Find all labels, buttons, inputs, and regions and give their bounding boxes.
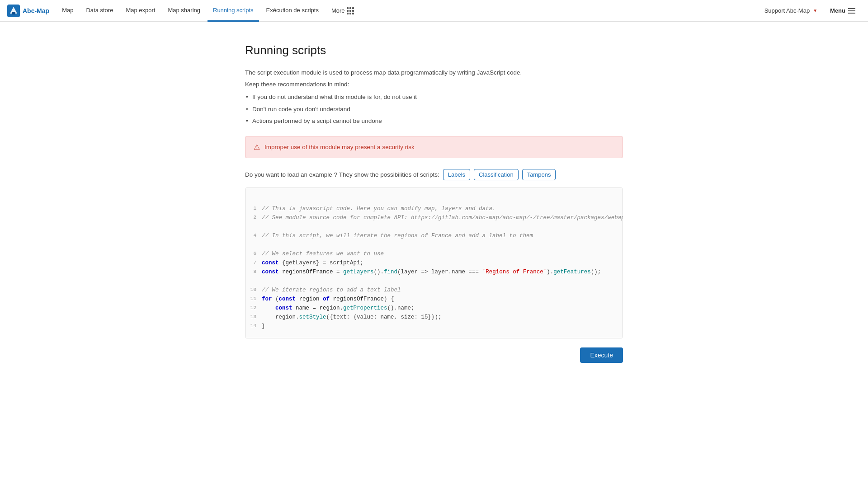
code-line: 10// We iterate regions to add a text la…	[245, 286, 623, 295]
code-line: 12 const name = region.getProperties().n…	[245, 304, 623, 313]
bullet-3: Actions performed by a script cannot be …	[245, 115, 623, 127]
nav-map-sharing[interactable]: Map sharing	[162, 0, 206, 22]
example-labels-button[interactable]: Labels	[443, 169, 470, 180]
main-content: Running scripts The script execution mod…	[231, 22, 637, 390]
recommendations-title: Keep these recommendations in mind:	[245, 81, 623, 88]
code-line: 4// In this script, we will iterate the …	[245, 231, 623, 240]
code-line: 11for (const region of regionsOfFrance) …	[245, 295, 623, 304]
nav-menu-label: Menu	[830, 7, 845, 14]
example-label: Do you want to load an example ? They sh…	[245, 171, 439, 178]
code-line	[245, 195, 623, 204]
warning-text: Improper use of this module may present …	[264, 144, 415, 150]
support-dropdown-icon: ▼	[813, 8, 817, 13]
bullet-list: If you do not understand what this modul…	[245, 91, 623, 127]
nav-execution-scripts[interactable]: Exécution de scripts	[261, 0, 324, 22]
example-row: Do you want to load an example ? They sh…	[245, 169, 623, 180]
code-line: 13 region.setStyle({text: {value: name, …	[245, 313, 623, 322]
bullet-2: Don't run code you don't understand	[245, 103, 623, 115]
navbar: Abc-Map Map Data store Map export Map sh…	[0, 0, 868, 22]
code-line: 1// This is javascript code. Here you ca…	[245, 204, 623, 213]
nav-map[interactable]: Map	[57, 0, 79, 22]
execute-button[interactable]: Execute	[580, 347, 623, 363]
nav-data-store[interactable]: Data store	[80, 0, 118, 22]
nav-support-label: Support Abc-Map	[764, 7, 810, 14]
execute-row: Execute	[245, 347, 623, 363]
bullet-1: If you do not understand what this modul…	[245, 91, 623, 103]
code-line	[245, 240, 623, 249]
example-classification-button[interactable]: Classification	[474, 169, 519, 180]
code-line: 2// See module source code for complete …	[245, 213, 623, 222]
nav-more[interactable]: More	[326, 0, 359, 22]
example-tampons-button[interactable]: Tampons	[522, 169, 556, 180]
grid-icon	[347, 7, 354, 14]
code-line: 14}	[245, 322, 623, 331]
page-title: Running scripts	[245, 43, 623, 57]
code-line: 7const {getLayers} = scriptApi;	[245, 258, 623, 267]
code-editor[interactable]: 1// This is javascript code. Here you ca…	[245, 188, 623, 338]
code-line: 6// We select features we want to use	[245, 249, 623, 258]
nav-menu[interactable]: Menu	[825, 0, 861, 22]
brand-name: Abc-Map	[23, 7, 49, 14]
code-line	[245, 277, 623, 286]
nav-support[interactable]: Support Abc-Map ▼	[759, 0, 823, 22]
svg-rect-2	[12, 12, 15, 14]
hamburger-icon	[848, 8, 855, 14]
brand-link[interactable]: Abc-Map	[7, 5, 49, 17]
nav-map-export[interactable]: Map export	[120, 0, 160, 22]
nav-more-label: More	[331, 7, 345, 14]
warning-box: ⚠ Improper use of this module may presen…	[245, 136, 623, 158]
code-line: 8const regionsOfFrance = getLayers().fin…	[245, 267, 623, 277]
code-line	[245, 222, 623, 231]
nav-running-scripts[interactable]: Running scripts	[208, 0, 259, 22]
warning-icon: ⚠	[254, 143, 260, 151]
brand-logo-icon	[7, 5, 20, 17]
description-text: The script execution module is used to p…	[245, 68, 623, 77]
